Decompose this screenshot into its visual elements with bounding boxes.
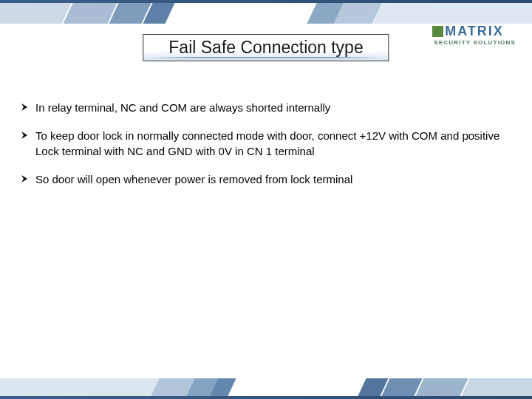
arrow-right-icon (21, 131, 30, 140)
header-shape (0, 3, 72, 24)
logo-brand-text: MATRIX (445, 24, 504, 39)
bullet-text: In relay terminal, NC and COM are always… (35, 100, 330, 115)
list-item: To keep door lock in normally connected … (21, 129, 502, 159)
footer-shape (461, 378, 532, 396)
header-decoration (0, 0, 532, 27)
footer-shape (0, 378, 167, 396)
footer-shape (415, 378, 468, 396)
logo-main: MATRIX (432, 24, 516, 39)
list-item: In relay terminal, NC and COM are always… (21, 100, 502, 115)
page-title: Fail Safe Connection type (168, 38, 363, 58)
footer-stripe (0, 396, 532, 399)
logo-square-icon (432, 26, 443, 37)
header-shape (364, 3, 532, 24)
logo-tagline: SECURITY SOLUTIONS (432, 39, 516, 46)
brand-logo: MATRIX SECURITY SOLUTIONS (432, 24, 516, 46)
arrow-right-icon (21, 103, 30, 112)
bullet-text: So door will open whenever power is remo… (35, 172, 352, 187)
arrow-right-icon (21, 174, 30, 183)
title-box: Fail Safe Connection type (143, 34, 389, 61)
list-item: So door will open whenever power is remo… (21, 172, 502, 187)
header-shape (63, 3, 117, 24)
bullet-list: In relay terminal, NC and COM are always… (21, 100, 502, 200)
bullet-text: To keep door lock in normally connected … (35, 129, 502, 159)
footer-decoration (0, 375, 532, 399)
